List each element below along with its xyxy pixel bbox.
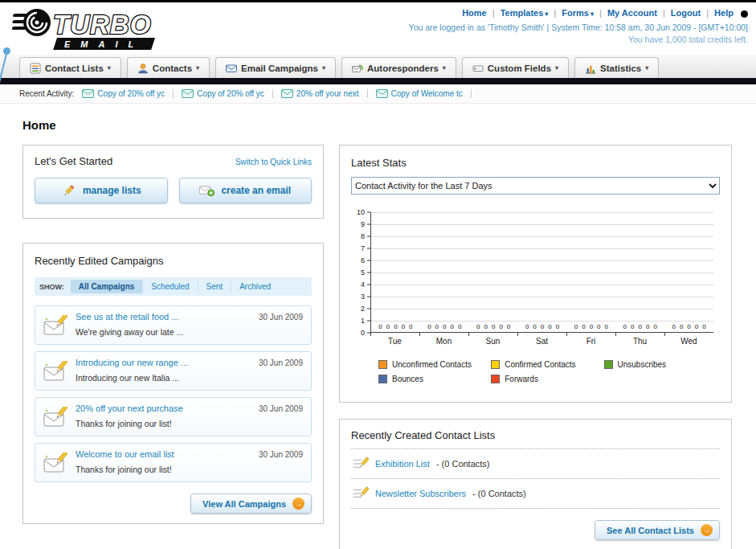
tab-autoresponders[interactable]: Autoresponders ▾ <box>341 57 456 78</box>
tab-statistics[interactable]: Statistics ▾ <box>574 57 659 78</box>
filter-all-campaigns[interactable]: All Campaigns <box>71 280 142 293</box>
campaign-title-link[interactable]: 20% off your next purchase <box>76 404 183 413</box>
legend-swatch <box>491 375 500 383</box>
logo-email-text: EMAIL <box>64 39 144 49</box>
campaign-row[interactable]: Introducing our new range ... Introducin… <box>35 351 312 391</box>
switch-to-quick-links[interactable]: Switch to Quick Links <box>235 158 312 166</box>
legend-label: Confirmed Contacts <box>505 360 575 369</box>
filter-sent[interactable]: Sent <box>198 280 231 293</box>
show-label: SHOW: <box>39 283 64 291</box>
recent-activity-item[interactable]: 20% off your next <box>281 89 368 98</box>
email-campaigns-icon <box>226 63 237 74</box>
recent-activity-item[interactable]: Copy of Welcome tc <box>376 89 472 98</box>
turbo-email-logo[interactable]: TURBO EMAIL <box>5 6 207 54</box>
see-all-contact-lists-button[interactable]: See All Contact Lists → <box>595 520 720 540</box>
logo-turbo-text: TURBO <box>53 10 151 39</box>
chart-category-label: Sun <box>468 337 517 346</box>
legend-item: Unsubscribes <box>604 360 717 369</box>
campaign-title-link[interactable]: Welcome to our email list <box>76 449 174 459</box>
legend-item: Forwards <box>491 375 603 383</box>
legend-item: Confirmed Contacts <box>491 360 603 369</box>
chart-y-tick-label: 5 <box>361 268 365 277</box>
chart-x-axis: TueMonSunSatFriThuWed <box>370 333 713 346</box>
campaign-title-link[interactable]: Introducing our new range ... <box>76 358 188 367</box>
envelope-icon <box>182 89 194 98</box>
nav-divider-bar <box>0 78 756 84</box>
chevron-down-icon: ▾ <box>196 64 199 72</box>
chart-y-tick-label: 10 <box>357 208 365 216</box>
tab-contact-lists[interactable]: Contact Lists ▾ <box>19 57 121 78</box>
nav-separator: | <box>492 8 495 18</box>
campaign-subtitle: We're giving away our late ... <box>76 327 183 337</box>
legend-label: Forwards <box>505 375 538 383</box>
chart-y-tick-label: 8 <box>361 232 365 240</box>
envelope-icon <box>376 89 388 98</box>
list-edit-icon <box>353 486 369 501</box>
email-edit-icon <box>43 453 67 473</box>
tab-custom-fields[interactable]: Custom Fields ▾ <box>462 57 569 78</box>
chevron-down-icon: ▾ <box>645 64 648 72</box>
left-column: Let's Get Started Switch to Quick Links <box>22 145 324 524</box>
campaign-title-link[interactable]: See us at the retail food ... <box>76 312 183 322</box>
chart-values-group: 00000 <box>664 323 713 330</box>
contact-list-link[interactable]: Exhibition List <box>375 459 430 469</box>
turbo-email-logo-image: TURBO EMAIL <box>5 6 207 52</box>
filter-scheduled[interactable]: Scheduled <box>142 280 197 293</box>
campaign-row[interactable]: Welcome to our email list Thanks for joi… <box>35 443 312 482</box>
chart-y-tick-label: 1 <box>361 317 365 325</box>
nav-separator: | <box>706 8 709 18</box>
campaign-subtitle: Thanks for joining our list! <box>76 465 172 474</box>
legend-swatch <box>491 360 500 369</box>
chart-y-tick-label: 2 <box>361 305 365 313</box>
top-nav-help[interactable]: Help <box>714 8 734 18</box>
arrow-right-icon: → <box>292 498 304 510</box>
envelope-plus-icon <box>199 184 215 198</box>
campaign-row[interactable]: See us at the retail food ... We're givi… <box>35 305 312 345</box>
top-nav-templates[interactable]: Templates▾ <box>501 8 549 18</box>
top-nav-forms[interactable]: Forms▾ <box>562 8 594 18</box>
contact-activity-chart: 109876543210 000000000000000000000000000… <box>351 209 720 346</box>
chart-y-tick-label: 6 <box>361 256 365 264</box>
list-edit-icon <box>353 457 369 471</box>
contact-list-link[interactable]: Newsletter Subscribers <box>375 489 466 498</box>
chart-y-tick-label: 9 <box>361 220 365 228</box>
chevron-down-icon: ▾ <box>108 64 111 72</box>
manage-lists-button[interactable]: manage lists <box>35 178 168 203</box>
campaign-row[interactable]: 20% off your next purchase Thanks for jo… <box>35 397 312 436</box>
tab-contacts[interactable]: Contacts ▾ <box>127 57 210 78</box>
legend-item: Unconfirmed Contacts <box>378 360 491 369</box>
autoresponders-icon <box>352 63 363 74</box>
recent-activity-item[interactable]: Copy of 20% off yc <box>182 89 273 98</box>
email-edit-icon <box>43 361 67 382</box>
tab-email-campaigns[interactable]: Email Campaigns ▾ <box>215 57 336 78</box>
email-edit-icon <box>43 315 67 336</box>
custom-fields-icon <box>472 63 484 74</box>
top-nav-home[interactable]: Home <box>462 8 487 18</box>
main-nav: Contact Lists ▾ Contacts ▾ Email Campaig… <box>0 54 756 78</box>
campaign-date: 30 Jun 2009 <box>259 358 303 367</box>
arrow-right-icon: → <box>701 524 713 536</box>
campaigns-panel-title: Recently Edited Campaigns <box>35 255 163 267</box>
contact-list-row[interactable]: Newsletter Subscribers - (0 Contacts) <box>351 479 720 509</box>
top-nav: Home | Templates▾ | Forms▾ | My Account … <box>409 8 748 18</box>
main-content: Home Let's Get Started Switch to Quick L… <box>0 104 756 549</box>
chart-category-label: Sat <box>517 337 566 346</box>
chart-legend: Unconfirmed ContactsConfirmed ContactsUn… <box>378 360 720 389</box>
legend-label: Bounces <box>392 375 423 383</box>
legend-swatch <box>604 360 613 369</box>
chart-y-tick-label: 7 <box>361 244 365 252</box>
header-right: Home | Templates▾ | Forms▾ | My Account … <box>409 6 748 54</box>
recent-activity-item[interactable]: Copy of 20% off yc <box>82 89 174 98</box>
nav-separator: | <box>599 8 602 18</box>
login-info: You are logged in as 'Timothy Smith' | S… <box>409 23 748 32</box>
chevron-down-icon: ▾ <box>443 64 446 72</box>
top-nav-my-account[interactable]: My Account <box>607 8 657 18</box>
contact-list-row[interactable]: Exhibition List - (0 Contacts) <box>351 449 720 479</box>
legend-label: Unconfirmed Contacts <box>392 360 472 369</box>
top-nav-logout[interactable]: Logout <box>671 8 701 18</box>
create-email-button[interactable]: create an email <box>179 178 313 203</box>
campaign-date: 30 Jun 2009 <box>259 313 303 322</box>
filter-archived[interactable]: Archived <box>231 280 279 293</box>
view-all-campaigns-button[interactable]: View All Campaigns → <box>190 494 312 514</box>
stats-filter-select[interactable]: Contact Activity for the Last 7 Days <box>351 177 720 195</box>
